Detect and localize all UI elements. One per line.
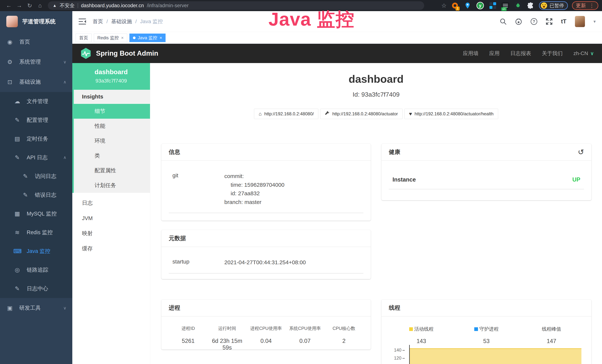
breadcrumb-home[interactable]: 首页 [93, 18, 103, 25]
extension-pin-icon[interactable] [463, 1, 472, 10]
tab-label: 首页 [79, 35, 88, 41]
sba-menu-config-props[interactable]: 配置属性 [74, 163, 150, 178]
process-card: 进程 进程ID 5261 运行时间 6d 23h 15m 59s 进程CPU使用… [161, 300, 371, 350]
address-bar[interactable]: ▲ 不安全 dashboard.yudao.iocoder.cn/infra/a… [48, 1, 424, 10]
bookmark-star-icon[interactable]: ☆ [441, 2, 447, 9]
git-time-line: time: 1596289704000 [224, 181, 284, 189]
locale-label: zh-CN [573, 50, 588, 56]
extension-list-on-icon[interactable]: on [501, 1, 510, 10]
github-icon[interactable] [515, 18, 522, 25]
gear-icon: ⚙ [6, 59, 14, 65]
sidebar-item-api-logs[interactable]: ✎ API 日志 ∧ [0, 148, 72, 167]
sba-menu-jvm[interactable]: JVM [72, 211, 150, 226]
instance-id: 93a3fc7f7409 [74, 78, 148, 84]
sba-menu-scheduled[interactable]: 计划任务 [74, 178, 150, 193]
sidebar-item-config-management[interactable]: ✎ 配置管理 [0, 111, 72, 129]
sba-nav-wallboard[interactable]: 应用墙 [463, 50, 479, 57]
info-card-title: 信息 [161, 144, 371, 161]
fullscreen-icon[interactable] [546, 18, 552, 25]
sidebar-item-label: 定时任务 [27, 135, 48, 143]
font-size-icon[interactable]: tT [561, 18, 566, 25]
sidebar-item-label: 文件管理 [27, 98, 48, 105]
browser-profile-chip[interactable]: 已暂停 [539, 1, 568, 10]
sba-menu-details[interactable]: 细节 [74, 104, 150, 119]
sba-instance-header[interactable]: dashboard 93a3fc7f7409 [72, 63, 150, 90]
sidebar-item-redis-monitor[interactable]: ≋ Redis 监控 [0, 223, 72, 242]
page-subtitle: Id: 93a3fc7f7409 [150, 91, 602, 98]
actuator-url-link[interactable]: http://192.168.0.2:48080/actuator [320, 109, 402, 119]
extension-orange-ring-icon[interactable]: 1 [451, 1, 459, 10]
spring-boot-admin-logo-icon[interactable] [80, 47, 91, 59]
browser-menu-dots-icon[interactable]: ⋮ [589, 3, 594, 9]
live-threads-area [410, 348, 581, 364]
app-logo-avatar [6, 16, 18, 27]
user-avatar[interactable] [575, 16, 585, 27]
extension-grid-icon[interactable] [489, 1, 497, 10]
home-icon: ⌂ [259, 111, 262, 117]
threads-card: 线程 活动线程 143 守护进程 53 线程峰值 147 [381, 300, 591, 364]
sba-menu-classes[interactable]: 类 [74, 148, 150, 163]
app-logo-row[interactable]: 芋道管理系统 [0, 11, 72, 32]
search-icon[interactable] [500, 18, 506, 25]
chevron-down-icon: ∨ [63, 306, 66, 310]
insights-group: Insights 细节 性能 环境 类 配置属性 计划任务 [72, 90, 150, 193]
close-icon[interactable]: × [121, 35, 124, 40]
sidebar-item-access-logs[interactable]: ✎ 访问日志 [0, 167, 72, 186]
avatar-caret-icon[interactable]: ▾ [593, 19, 596, 24]
browser-forward-icon[interactable]: → [14, 2, 24, 9]
sba-locale-select[interactable]: zh-CN ∨ [573, 50, 594, 56]
health-url-link[interactable]: ♥ http://192.168.0.2:48080/actuator/heal… [404, 109, 498, 119]
tab-java-monitor[interactable]: Java 监控 × [129, 33, 166, 42]
breadcrumb-infrastructure[interactable]: 基础设施 [111, 18, 132, 25]
sidebar-item-infrastructure[interactable]: ⊡ 基础设施 ∧ [0, 72, 72, 92]
chevron-down-icon: ∨ [63, 60, 66, 64]
tab-home[interactable]: 首页 [76, 33, 92, 42]
sidebar-item-home[interactable]: ◉ 首页 [0, 32, 72, 52]
instance-url-link[interactable]: ⌂ http://192.168.0.2:48080/ [254, 109, 318, 119]
sba-nav-about[interactable]: 关于我们 [542, 50, 563, 57]
sba-brand-title[interactable]: Spring Boot Admin [96, 50, 158, 57]
process-col-system-cpu: 系统CPU使用率 0.07 [286, 325, 324, 351]
sba-menu-environment[interactable]: 环境 [74, 134, 150, 148]
sidebar-item-log-center[interactable]: ✎ 日志中心 [0, 279, 72, 298]
sba-menu-mappings[interactable]: 映射 [72, 226, 150, 241]
extension-leaf-icon[interactable] [514, 1, 522, 10]
browser-back-icon[interactable]: ← [4, 2, 14, 9]
instance-links: ⌂ http://192.168.0.2:48080/ http://192.1… [150, 109, 602, 119]
close-icon[interactable]: × [160, 35, 162, 40]
history-icon[interactable]: ↺ [578, 148, 584, 156]
sidebar-item-dev-tools[interactable]: ▣ 研发工具 ∨ [0, 298, 72, 318]
instance-name: dashboard [74, 68, 148, 76]
heart-icon: ♥ [409, 111, 412, 117]
browser-update-button[interactable]: 更新 ⋮ [572, 1, 598, 10]
sba-menu-metrics[interactable]: 性能 [74, 119, 150, 134]
sba-nav: 应用墙 应用 日志报表 关于我们 zh-CN ∨ [463, 50, 594, 57]
sidebar-item-scheduled-tasks[interactable]: ▤ 定时任务 [0, 129, 72, 148]
sidebar-item-system-management[interactable]: ⚙ 系统管理 ∨ [0, 52, 72, 72]
sidebar-item-trace[interactable]: ◎ 链路追踪 [0, 260, 72, 279]
help-icon[interactable]: ? [531, 18, 537, 25]
tab-redis-monitor[interactable]: Redis 监控 × [94, 33, 127, 42]
extensions-puzzle-icon[interactable] [526, 1, 535, 10]
extension-y-icon[interactable]: y [476, 1, 484, 10]
sba-nav-applications[interactable]: 应用 [489, 50, 500, 57]
metadata-key: startup [172, 258, 224, 267]
status-badge: UP [572, 176, 580, 183]
sba-menu-caches[interactable]: 缓存 [72, 241, 150, 256]
sidebar-item-mysql-monitor[interactable]: ▦ MySQL 监控 [0, 204, 72, 223]
legend-value: 53 [454, 338, 519, 344]
sba-nav-journal[interactable]: 日志报表 [510, 50, 531, 57]
sidebar-item-error-logs[interactable]: ✎ 错误日志 [0, 186, 72, 204]
col-value: 0.07 [286, 338, 324, 344]
sidebar-item-java-monitor[interactable]: ⌨ Java 监控 [0, 242, 72, 260]
not-secure-label: 不安全 [60, 2, 75, 9]
sidebar-item-file-management[interactable]: ☁ 文件管理 [0, 92, 72, 111]
sidebar-collapse-icon[interactable] [79, 18, 86, 25]
sidebar-item-label: 链路追踪 [27, 266, 48, 274]
browser-home-icon[interactable]: ⌂ [35, 2, 45, 9]
tag-tab-bar: 首页 Redis 监控 × Java 监控 × [72, 32, 602, 44]
browser-reload-icon[interactable]: ↻ [24, 2, 35, 9]
puzzle-icon [527, 2, 534, 9]
sba-menu-logs[interactable]: 日志 [72, 195, 150, 211]
sidebar-item-label: 系统管理 [19, 58, 41, 66]
